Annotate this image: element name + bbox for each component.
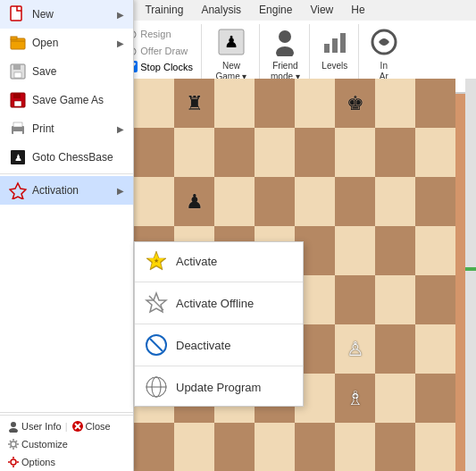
board-cell-2-6[interactable] [375, 177, 415, 226]
board-cell-5-7[interactable] [415, 324, 455, 374]
sidebar-item-open[interactable]: Open ▶ [0, 29, 133, 57]
board-cell-0-0[interactable] [134, 79, 174, 128]
svg-rect-8 [11, 6, 21, 21]
scrollbar[interactable] [465, 79, 476, 471]
goto-chessbase-icon: ♟ [9, 148, 27, 166]
board-cell-7-3[interactable] [255, 423, 295, 471]
menu-divider-1 [0, 173, 133, 174]
board-cell-1-5[interactable] [335, 128, 375, 177]
update-program-icon [144, 374, 169, 400]
board-cell-1-2[interactable] [214, 128, 255, 177]
activate-label: Activate [176, 255, 217, 268]
chess-piece: ♟ [186, 192, 204, 212]
board-cell-1-7[interactable] [415, 128, 455, 177]
sidebar-item-print-label: Print [32, 122, 112, 135]
board-cell-0-5[interactable]: ♚ [335, 79, 375, 128]
levels-label: Levels [322, 61, 347, 71]
close-button[interactable]: Close [71, 420, 111, 433]
board-cell-7-1[interactable] [174, 423, 214, 471]
svg-rect-5 [332, 38, 338, 53]
tab-engine[interactable]: Engine [250, 0, 301, 21]
menu-bottom: User Info | Close Customize Options [0, 412, 133, 471]
infinite-analysis-button[interactable]: InAr [366, 26, 402, 84]
tab-training[interactable]: Training [136, 0, 192, 21]
board-cell-2-4[interactable] [295, 177, 335, 226]
svg-rect-4 [324, 44, 330, 53]
activate-offline-icon [144, 290, 169, 315]
board-cell-1-6[interactable] [375, 128, 415, 177]
svg-text:♟: ♟ [224, 33, 238, 51]
save-icon [9, 63, 27, 80]
close-label: Close [86, 421, 111, 432]
activate-icon: ★ [144, 248, 169, 273]
sidebar-item-new[interactable]: New ▶ [0, 0, 133, 29]
resign-button[interactable]: ⊘ Resign [123, 26, 196, 42]
svg-rect-6 [340, 33, 346, 53]
board-cell-1-4[interactable] [295, 128, 335, 177]
submenu-divider-3 [135, 366, 303, 366]
board-cell-0-2[interactable] [214, 79, 255, 128]
board-cell-6-5[interactable]: ♗ [335, 374, 375, 423]
friend-mode-button[interactable]: Friendmode ▾ [267, 26, 304, 84]
board-cell-0-7[interactable] [415, 79, 455, 128]
board-cell-7-4[interactable] [295, 423, 335, 471]
board-cell-7-2[interactable] [214, 423, 255, 471]
board-cell-6-7[interactable] [415, 374, 455, 423]
sidebar-item-print[interactable]: Print ▶ [0, 114, 133, 143]
board-cell-2-5[interactable] [335, 177, 375, 226]
board-cell-5-6[interactable] [375, 324, 415, 374]
board-cell-2-3[interactable] [255, 177, 295, 226]
user-info-button[interactable]: User Info [7, 420, 62, 433]
board-cell-2-2[interactable] [214, 177, 255, 226]
levels-button[interactable]: Levels [317, 26, 353, 73]
sidebar-item-save-game-as[interactable]: Save Game As [0, 86, 133, 114]
board-cell-4-6[interactable] [375, 275, 415, 324]
board-cell-1-1[interactable] [174, 128, 214, 177]
offer-draw-button[interactable]: ⊘ Offer Draw [123, 43, 196, 59]
customize-button[interactable]: Customize [7, 438, 68, 450]
board-cell-2-0[interactable] [134, 177, 174, 226]
infinite-analysis-icon [370, 28, 398, 61]
new-game-button[interactable]: ♟ NewGame ▾ [209, 26, 254, 84]
board-cell-2-7[interactable] [415, 177, 455, 226]
sidebar-item-save-game-as-label: Save Game As [32, 94, 124, 106]
chess-piece: ♗ [347, 389, 364, 408]
tab-he[interactable]: He [342, 0, 373, 21]
activate-offline-item[interactable]: Activate Offline [135, 284, 303, 322]
tab-view[interactable]: View [301, 0, 342, 21]
board-cell-7-6[interactable] [375, 423, 415, 471]
board-cell-6-6[interactable] [375, 374, 415, 423]
board-cell-0-6[interactable] [375, 79, 415, 128]
board-cell-3-5[interactable] [335, 226, 375, 275]
activate-item[interactable]: ★ Activate [135, 242, 303, 280]
board-cell-7-0[interactable] [134, 423, 174, 471]
tab-analysis[interactable]: Analysis [192, 0, 250, 21]
svg-text:♟: ♟ [14, 153, 22, 163]
sidebar-item-save[interactable]: Save [0, 57, 133, 86]
sidebar-item-activation[interactable]: Activation ▶ [0, 176, 133, 205]
board-cell-3-7[interactable] [415, 226, 455, 275]
stop-clocks-checkbox[interactable]: Stop Clocks [123, 60, 196, 73]
board-cell-3-6[interactable] [375, 226, 415, 275]
svg-point-2 [279, 30, 291, 43]
svg-rect-18 [13, 122, 22, 127]
board-cell-0-3[interactable] [255, 79, 295, 128]
board-cell-5-5[interactable]: ♙ [335, 324, 375, 374]
update-program-item[interactable]: Update Program [135, 368, 303, 406]
board-cell-7-5[interactable] [335, 423, 375, 471]
board-cell-2-1[interactable]: ♟ [174, 177, 214, 226]
sidebar-item-new-label: New [32, 8, 112, 21]
chess-piece: ♙ [347, 340, 364, 359]
board-cell-0-4[interactable] [295, 79, 335, 128]
board-cell-1-0[interactable] [134, 128, 174, 177]
options-button[interactable]: Options [7, 456, 55, 468]
sidebar-item-goto-chessbase[interactable]: ♟ Goto ChessBase [0, 143, 133, 172]
deactivate-item[interactable]: Deactivate [135, 326, 303, 364]
chess-piece: ♚ [347, 94, 364, 114]
board-cell-4-7[interactable] [415, 275, 455, 324]
board-cell-4-5[interactable] [335, 275, 375, 324]
board-cell-1-3[interactable] [255, 128, 295, 177]
save-game-as-icon [9, 91, 27, 109]
board-cell-0-1[interactable]: ♜ [174, 79, 214, 128]
board-cell-7-7[interactable] [415, 423, 455, 471]
